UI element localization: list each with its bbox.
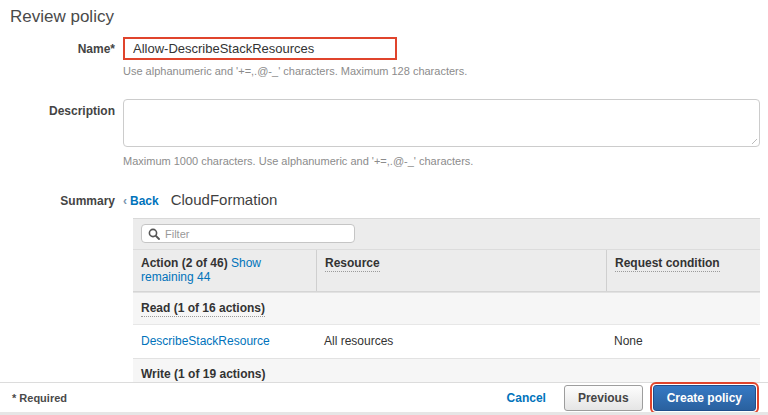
review-policy-form: Name* Use alphanumeric and '+=,.@-_' cha… [0,37,768,415]
summary-row: Summary ‹Back CloudFormation [0,191,768,208]
name-help-text: Use alphanumeric and '+=,.@-_' character… [123,65,768,77]
name-label: Name* [0,37,115,56]
condition-cell: None [606,325,760,358]
column-header-action: Action (2 of 46) Show remaining 44 [133,250,316,291]
service-name: CloudFormation [171,191,278,208]
chevron-left-icon: ‹ [123,194,127,208]
footer-bar: * Required Cancel Previous Create policy [0,382,768,412]
filter-box[interactable] [141,224,355,243]
description-row: Description [0,99,768,150]
filter-input[interactable] [165,228,348,240]
policy-description-textarea[interactable] [123,99,760,147]
action-link-describestackresource[interactable]: DescribeStackResource [141,334,270,348]
description-label: Description [0,99,115,118]
previous-button[interactable]: Previous [564,385,643,411]
policy-name-input[interactable] [123,37,397,60]
column-header-resource: Resource [316,250,606,291]
required-note: * Required [12,392,67,404]
resource-cell: All resources [316,325,606,358]
search-icon [148,228,160,240]
cancel-link[interactable]: Cancel [507,391,546,405]
name-row: Name* [0,37,768,60]
summary-label: Summary [0,194,115,208]
create-policy-button[interactable]: Create policy [653,385,756,411]
column-header-request-condition: Request condition [606,250,760,291]
table-header-row: Action (2 of 46) Show remaining 44 Resou… [133,249,760,292]
table-row: DescribeStackResource All resources None [133,324,760,358]
group-header-read: Read (1 of 16 actions) [133,292,760,324]
back-link-label: Back [130,194,159,208]
description-help-text: Maximum 1000 characters. Use alphanumeri… [123,155,768,167]
filter-bar [133,218,760,249]
page-title: Review policy [0,0,768,27]
back-link[interactable]: ‹Back [123,194,159,208]
